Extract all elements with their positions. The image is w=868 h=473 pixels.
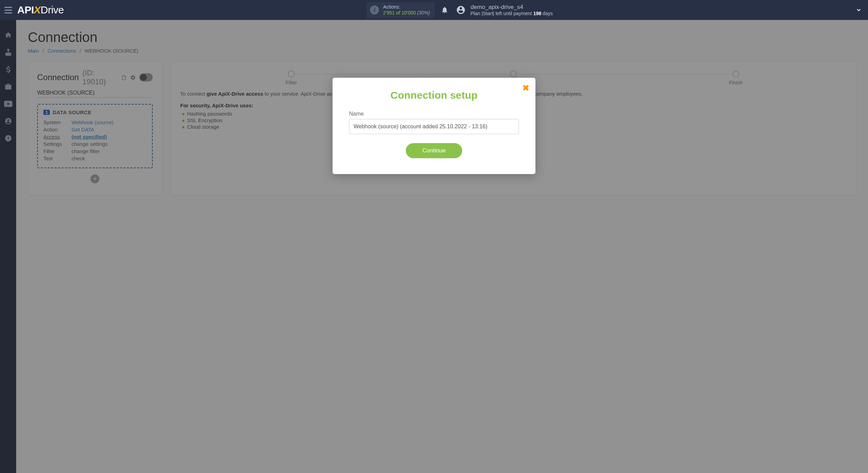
username: demo_apix-drive_s4 [470, 3, 553, 11]
modal-title: Connection setup [349, 89, 519, 101]
actions-of: of [396, 10, 402, 15]
hamburger-menu[interactable] [2, 4, 14, 16]
info-icon: i [370, 6, 379, 14]
actions-counter[interactable]: i Actions: 2'951 of 10'000 (30%) [367, 2, 435, 18]
actions-label: Actions: [383, 4, 430, 10]
user-menu[interactable]: demo_apix-drive_s4 Plan |Start| left unt… [456, 3, 553, 17]
logo-part3: Drive [41, 4, 64, 15]
logo-part2: X [34, 4, 41, 15]
user-icon [456, 5, 466, 15]
name-input[interactable] [349, 119, 519, 134]
logo[interactable]: APIXDrive [17, 4, 64, 16]
bell-icon[interactable] [441, 6, 448, 14]
logo-part1: API [17, 4, 34, 15]
actions-pct: (30%) [417, 10, 430, 15]
name-label: Name [349, 111, 519, 117]
plan-info: Plan |Start| left until payment 198 days [470, 11, 553, 17]
chevron-down-icon[interactable] [856, 7, 862, 13]
actions-count: 2'951 [383, 10, 395, 15]
actions-total: 10'000 [401, 10, 416, 15]
close-icon[interactable]: ✖ [522, 83, 529, 93]
modal-overlay: ✖ Connection setup Name Continue [0, 20, 868, 473]
connection-setup-modal: ✖ Connection setup Name Continue [333, 78, 535, 174]
continue-button[interactable]: Continue [406, 143, 462, 158]
